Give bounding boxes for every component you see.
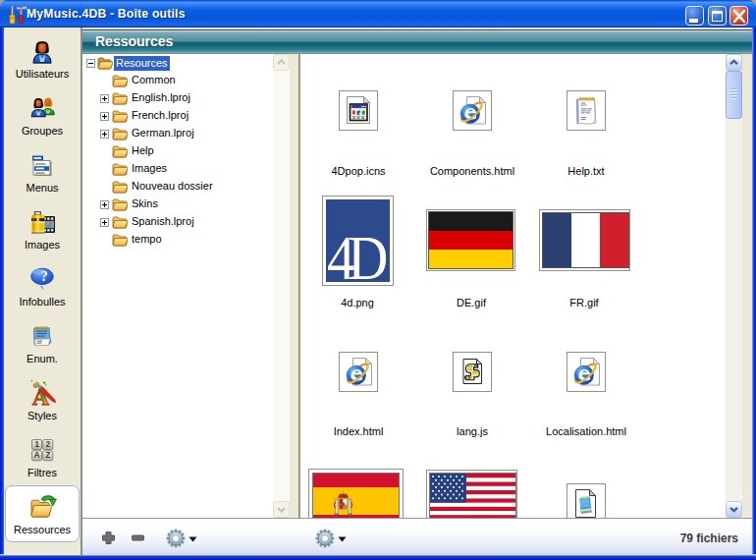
svg-text:2: 2 bbox=[45, 439, 50, 449]
svg-text:1: 1 bbox=[34, 439, 39, 449]
svg-text:Z: Z bbox=[45, 450, 50, 460]
svg-text:?: ? bbox=[40, 268, 48, 284]
svg-text:A: A bbox=[33, 450, 39, 460]
